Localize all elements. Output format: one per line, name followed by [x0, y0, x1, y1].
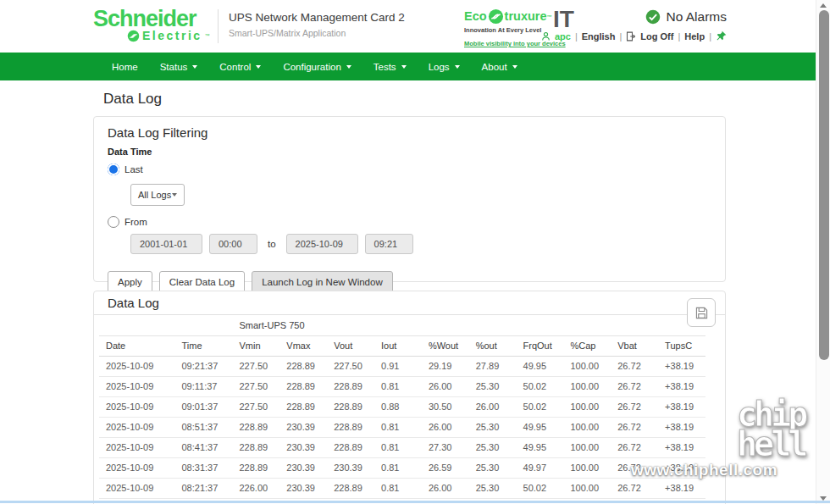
cell: 09:11:37	[174, 376, 232, 396]
cell: 26.72	[611, 478, 658, 498]
cell: 26.00	[422, 478, 469, 498]
nav-item-logs[interactable]: Logs	[418, 53, 471, 80]
cell: 227.50	[327, 356, 374, 376]
column-header: Vbat	[611, 335, 658, 356]
schneider-electric-logo[interactable]: Schneider Electric ™	[93, 8, 210, 42]
cell: 228.89	[327, 376, 374, 396]
to-time-input[interactable]: 09:21	[365, 234, 413, 254]
cell: 0.88	[374, 396, 422, 417]
last-radio-row: Last	[108, 163, 711, 175]
ecostruxure-it-text: IT	[553, 6, 574, 33]
cell: 227.50	[233, 356, 280, 376]
check-circle-icon	[645, 9, 661, 25]
cell: 08:51:37	[174, 417, 232, 437]
nav-item-home[interactable]: Home	[101, 53, 149, 80]
cell: 0.81	[374, 376, 422, 396]
cell: 230.39	[279, 417, 327, 437]
log-range-select[interactable]: All Logs	[130, 184, 185, 206]
column-header: Vmax	[279, 335, 327, 356]
scroll-up-arrow-icon[interactable]	[820, 3, 827, 8]
cell: 228.89	[327, 478, 374, 498]
chiphell-url-watermark: www.chiphell.com	[631, 461, 777, 479]
trademark-symbol: ™	[205, 33, 210, 38]
cell: 227.50	[233, 396, 280, 417]
cell: 230.39	[279, 437, 327, 457]
log-off-link[interactable]: Log Off	[640, 31, 673, 42]
cell: 228.89	[327, 417, 374, 437]
chevron-down-icon	[512, 65, 517, 69]
cell: 0.81	[374, 478, 422, 498]
cell: 100.00	[563, 457, 611, 478]
cell: 100.00	[563, 478, 611, 498]
to-label: to	[268, 239, 276, 249]
cell: 25.30	[469, 417, 517, 437]
help-link[interactable]: Help	[684, 31, 705, 42]
logo-schneider-text: Schneider	[93, 8, 210, 30]
column-header: FrqOut	[517, 335, 564, 356]
chiphell-logo-watermark: chip hell	[737, 400, 805, 459]
cell: 228.89	[279, 396, 327, 417]
cell: 228.89	[233, 437, 280, 457]
vertical-scrollbar[interactable]	[816, 0, 830, 504]
cell: 25.30	[469, 478, 517, 498]
app-title: UPS Network Management Card 2	[229, 11, 405, 24]
nav-item-tests[interactable]: Tests	[362, 53, 418, 80]
last-radio[interactable]	[108, 163, 119, 175]
app-subtitle: Smart-UPS/Matrix Application	[229, 28, 346, 38]
table-row: 2025-10-0908:51:37228.89230.39228.890.81…	[99, 417, 706, 437]
user-icon	[541, 31, 551, 42]
chevron-down-icon	[172, 193, 177, 197]
cell: 26.00	[422, 417, 469, 437]
watermark-logo-bottom: hell	[737, 429, 805, 459]
chevron-down-icon	[256, 65, 261, 69]
app-window: Schneider Electric ™ UPS Network Managem…	[0, 0, 830, 504]
cell: 26.72	[611, 437, 658, 457]
nav-item-about[interactable]: About	[471, 53, 528, 80]
empty-cell	[99, 315, 233, 335]
column-header: %Cap	[563, 335, 611, 356]
from-date-input[interactable]: 2001-01-01	[130, 234, 202, 254]
nav-item-configuration[interactable]: Configuration	[272, 53, 362, 80]
main-nav: HomeStatusControlConfigurationTestsLogsA…	[0, 53, 830, 80]
cell: 08:31:37	[174, 457, 232, 478]
alarm-status[interactable]: No Alarms	[645, 9, 728, 25]
date-range-row: 2001-01-01 00:00 to 2025-10-09 09:21	[130, 234, 711, 254]
from-radio[interactable]	[108, 216, 119, 228]
alarm-status-text: No Alarms	[667, 9, 728, 25]
scrollbar-thumb[interactable]	[819, 10, 829, 360]
cell: 50.02	[517, 396, 564, 417]
device-name-row: Smart-UPS 750	[99, 315, 706, 335]
nav-item-label: Status	[160, 62, 188, 72]
cell: 2025-10-09	[99, 437, 174, 457]
cell: 09:01:37	[174, 396, 232, 417]
from-time-input[interactable]: 00:00	[209, 234, 257, 254]
data-log-card-header: Data Log	[94, 291, 725, 315]
column-header: Vmin	[233, 335, 280, 356]
cell: 49.97	[517, 457, 564, 478]
separator: |	[619, 31, 622, 42]
cell: 49.95	[517, 417, 564, 437]
table-row: 2025-10-0908:41:37228.89230.39228.890.81…	[99, 437, 706, 457]
user-account-link[interactable]: apc	[555, 31, 571, 42]
chevron-down-icon	[192, 65, 197, 69]
cell: 25.30	[469, 457, 517, 478]
logoff-door-icon	[626, 31, 636, 42]
cell: +38.19	[658, 437, 706, 457]
trademark-symbol: ™	[547, 14, 552, 19]
from-radio-row: From	[108, 216, 711, 228]
cell: 226.00	[233, 478, 280, 498]
bottom-edge-line	[0, 501, 830, 503]
column-header: Vout	[327, 335, 374, 356]
cell: 228.89	[279, 376, 327, 396]
save-log-button[interactable]	[687, 298, 716, 327]
cell: 50.02	[517, 376, 564, 396]
language-link[interactable]: English	[582, 31, 616, 42]
pushpin-icon[interactable]	[716, 30, 727, 42]
to-date-input[interactable]: 2025-10-09	[286, 234, 358, 254]
ecostruxure-logo[interactable]: Eco truxure ™ Innovation At Every Level …	[464, 8, 566, 49]
cell: 0.91	[374, 356, 422, 376]
cell: 26.72	[611, 356, 658, 376]
nav-item-control[interactable]: Control	[208, 53, 272, 80]
log-range-selected-value: All Logs	[138, 190, 171, 200]
nav-item-status[interactable]: Status	[149, 53, 209, 80]
